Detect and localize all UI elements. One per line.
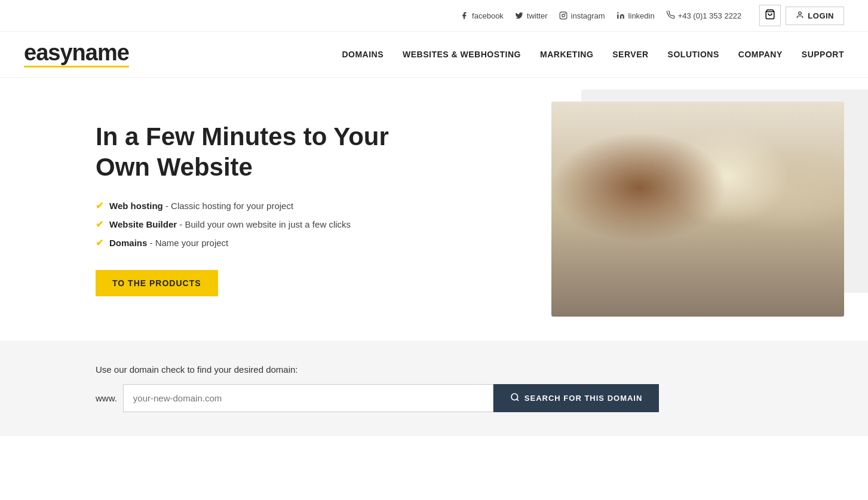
www-prefix: www. [96,393,117,403]
svg-rect-12 [768,134,792,152]
nav-item-marketing[interactable]: MARKETING [540,50,593,59]
svg-rect-28 [644,275,677,305]
svg-rect-8 [737,114,760,131]
user-icon [796,11,804,21]
top-bar: facebook twitter instagram [0,0,868,32]
twitter-label: twitter [527,11,548,20]
nav-item-domains[interactable]: DOMAINS [342,50,384,59]
check-icon-3: ✔ [96,237,103,249]
social-links: facebook twitter instagram [459,11,655,20]
nav-item-server[interactable]: SERVER [612,50,648,59]
domain-search-section: Use our domain check to find your desire… [0,341,868,436]
check-icon-2: ✔ [96,219,103,230]
instagram-link[interactable]: instagram [559,11,605,20]
domain-search-label: Use our domain check to find your desire… [96,364,772,375]
feature-1-text: Web hosting - Classic hosting for your p… [109,201,293,211]
hero-section: In a Few Minutes to Your Own Website ✔ W… [0,78,868,341]
svg-point-21 [735,139,786,196]
svg-point-2 [565,14,565,14]
main-nav: DOMAINS WEBSITES & WEBHOSTING MARKETING … [342,50,844,59]
twitter-link[interactable]: twitter [514,11,548,20]
nav-item-company[interactable]: COMPANY [738,50,783,59]
linkedin-icon [616,11,625,20]
login-button[interactable]: LOGIN [786,7,844,25]
svg-point-22 [734,137,787,171]
cart-button[interactable] [759,5,781,26]
svg-rect-0 [560,12,567,19]
feature-domains: ✔ Domains - Name your project [96,237,394,249]
cta-button[interactable]: TO THE PRODUCTS [96,270,218,296]
logo[interactable]: easyname [24,41,129,68]
hero-features: ✔ Web hosting - Classic hosting for your… [96,200,394,249]
nav-item-support[interactable]: SUPPORT [802,50,844,59]
svg-point-3 [617,12,618,13]
svg-line-33 [517,399,519,401]
phone-icon [667,11,675,21]
svg-point-5 [799,11,802,14]
domain-input[interactable] [123,384,493,412]
svg-point-1 [562,14,565,17]
twitter-icon [514,11,524,20]
svg-point-18 [647,146,695,200]
svg-rect-14 [551,251,844,317]
hero-image-area: IDEAS easyname [364,78,868,341]
svg-rect-23 [734,194,790,275]
domain-search-button[interactable]: SEARCH FOR THIS DOMAIN [493,384,660,412]
instagram-label: instagram [571,11,605,20]
facebook-icon [459,11,469,20]
hero-image: IDEAS easyname [551,102,844,317]
facebook-label: facebook [472,11,504,20]
svg-rect-10 [793,115,816,134]
svg-text:easyname: easyname [741,226,763,231]
feature-2-text: Website Builder - Build your own website… [109,219,351,229]
svg-rect-27 [692,173,743,239]
svg-point-26 [692,122,740,152]
svg-rect-31 [787,245,798,252]
svg-rect-16 [608,200,746,281]
search-btn-label: SEARCH FOR THIS DOMAIN [525,394,643,403]
facebook-link[interactable]: facebook [459,11,504,20]
svg-point-29 [644,270,676,280]
svg-rect-7 [731,108,838,197]
feature-webhosting: ✔ Web hosting - Classic hosting for your… [96,200,394,211]
svg-text:en: en [648,287,656,294]
svg-rect-15 [605,197,749,287]
search-icon [510,392,520,404]
nav-item-solutions[interactable]: SOLUTIONS [668,50,719,59]
svg-text:IDEAS: IDEAS [760,161,793,173]
svg-rect-11 [740,137,761,154]
cart-icon [765,9,775,22]
top-bar-actions: LOGIN [759,5,844,26]
svg-rect-6 [551,102,844,317]
logo-text: easyname [24,41,129,64]
feature-3-text: Domains - Name your project [109,238,228,248]
domain-search-row: www. SEARCH FOR THIS DOMAIN [96,384,772,412]
svg-point-19 [646,143,696,179]
login-label: LOGIN [808,11,834,20]
feature-website-builder: ✔ Website Builder - Build your own websi… [96,219,394,230]
nav-item-websites[interactable]: WEBSITES & WEBHOSTING [403,50,521,59]
svg-rect-17 [593,287,760,294]
logo-underline [24,66,129,68]
linkedin-link[interactable]: linkedin [616,11,655,20]
phone-number[interactable]: +43 (0)1 353 2222 [667,11,742,21]
instagram-icon [559,11,568,20]
check-icon-1: ✔ [96,200,103,211]
phone-text: +43 (0)1 353 2222 [678,11,742,20]
header: easyname DOMAINS WEBSITES & WEBHOSTING M… [0,32,868,78]
hero-title: In a Few Minutes to Your Own Website [96,122,394,182]
svg-point-25 [693,123,738,176]
linkedin-label: linkedin [628,11,655,20]
svg-point-32 [511,394,518,400]
svg-rect-20 [644,197,698,275]
svg-rect-9 [766,111,787,127]
hero-content: In a Few Minutes to Your Own Website ✔ W… [96,122,394,296]
